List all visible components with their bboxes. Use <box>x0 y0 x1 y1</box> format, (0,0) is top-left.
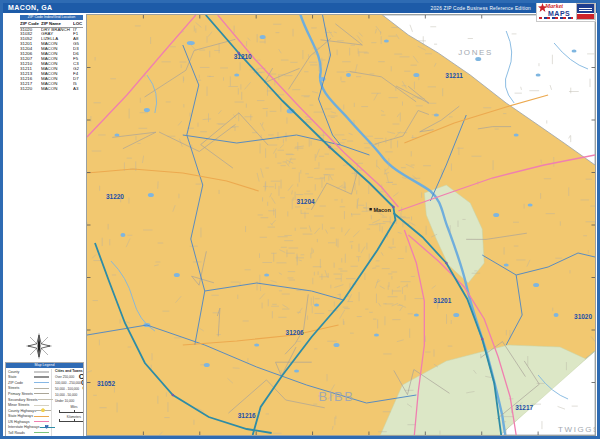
edition-label: 2026 ZIP Code Business Reference Edition <box>431 6 531 11</box>
brand-logo: Market MAPS <box>536 1 596 22</box>
zip-code-label: 31211 <box>445 72 463 79</box>
county-line-sample <box>34 371 49 373</box>
zip-code-label: 31216 <box>238 412 256 419</box>
scale-bar-kilometers: Kilometers <box>55 416 84 423</box>
zip-index-row: 31220MACONA3 <box>20 87 83 92</box>
countyhwy-shield-icon <box>41 408 45 412</box>
col-zip-code: ZIP Code <box>20 21 41 26</box>
zip-index-panel: ZIP Code Index/Grid Location ZIP Code ZI… <box>20 15 83 92</box>
col-zip-name: ZIP Name <box>41 21 73 26</box>
minor-line-sample <box>34 405 49 406</box>
zip-code-label: 31020 <box>574 313 592 320</box>
legend-cities: Cities and Towns Over 250,000City100,000… <box>51 369 84 436</box>
zip-code-label: 31052 <box>97 380 115 387</box>
zip-code-label: 31210 <box>234 53 252 60</box>
secondary-line-sample <box>38 399 53 400</box>
street-line-sample <box>34 388 49 389</box>
map-panel: JONESBIBBTWIGGS3121031211312203120431201… <box>86 14 596 436</box>
logo-maps-text: MAPS <box>548 10 570 17</box>
city-label: Macon <box>373 207 391 213</box>
statehwy-line-sample <box>34 416 49 417</box>
flag-stripe-icon <box>539 17 573 19</box>
logo-badge-icon <box>576 3 595 20</box>
ushwy-line-sample <box>34 421 49 422</box>
kilometers-bar <box>59 419 84 422</box>
zip-line-sample <box>34 382 49 383</box>
county-label: JONES <box>458 48 493 57</box>
zip-index-body: 31020DRY BRANCHI731032GRAYF131052LIZELLA… <box>20 28 83 92</box>
header-bar: MACON, GA 2026 ZIP Code Business Referen… <box>3 3 597 13</box>
miles-bar <box>59 410 84 413</box>
zip-code-label: 31206 <box>286 329 304 336</box>
state-line-sample <box>34 376 49 378</box>
legend-panel: Map Legend CountyStateZIP CodeStreetsPri… <box>5 362 84 437</box>
zip-code-label: 31204 <box>297 198 315 205</box>
county-label: TWIGGS <box>558 425 595 434</box>
col-loc: LOC <box>73 21 83 26</box>
legend-line-row: Toll Roads <box>8 430 49 436</box>
compass-rose-icon <box>24 331 54 361</box>
logo-market-text: Market <box>545 3 563 9</box>
legend-body: CountyStateZIP CodeStreetsPrimary Street… <box>6 368 83 436</box>
scale-bar-miles: Miles <box>55 406 84 413</box>
logo-main: Market MAPS <box>537 2 575 21</box>
legend-line-items: CountyStateZIP CodeStreetsPrimary Street… <box>8 369 49 436</box>
primary-line-sample <box>34 393 49 394</box>
zip-index-header: ZIP Code Index/Grid Location <box>20 15 83 20</box>
city-size-row: Under 10,000City <box>55 398 84 404</box>
page-title: MACON, GA <box>8 4 52 11</box>
zip-code-label: 31220 <box>106 193 124 200</box>
zip-index-column-headers: ZIP Code ZIP Name LOC <box>20 20 83 28</box>
map-poster: MACON, GA 2026 ZIP Code Business Referen… <box>0 0 600 439</box>
zip-code-label: 31217 <box>515 404 533 411</box>
county-label: BIBB <box>319 389 355 404</box>
toll-line-sample <box>34 432 49 433</box>
zip-code-label: 31201 <box>433 297 451 304</box>
map-canvas: JONESBIBBTWIGGS3121031211312203120431201… <box>87 15 595 435</box>
interstate-shield-icon <box>45 425 49 429</box>
cities-rows: Over 250,000City100,000 - 250,000City50,… <box>55 374 84 404</box>
